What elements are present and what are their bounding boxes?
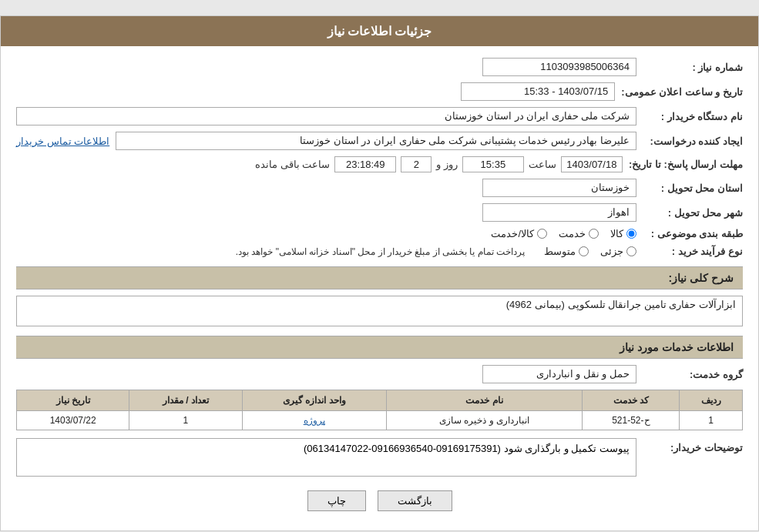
- creator-label: ایجاد کننده درخواست:: [643, 136, 743, 147]
- category-kala-khadamat[interactable]: کالا/خدمت: [491, 228, 547, 239]
- deadline-time-label: ساعت: [529, 159, 556, 170]
- action-buttons: بازگشت چاپ: [16, 490, 743, 511]
- page-container: جزئیات اطلاعات نیاز شماره نیاز : 1103093…: [0, 15, 759, 531]
- process-jozii-radio[interactable]: [626, 246, 636, 256]
- city-value: اهواز: [482, 203, 636, 222]
- service-group-value: حمل و نقل و انبارداری: [482, 365, 636, 383]
- category-kala-label: کالا: [610, 228, 623, 239]
- category-kala-khadamat-radio[interactable]: [537, 229, 547, 239]
- content-area: شماره نیاز : 1103093985006364 تاریخ و سا…: [1, 46, 758, 530]
- page-title: جزئیات اطلاعات نیاز: [327, 25, 432, 38]
- process-label: نوع فرآیند خرید :: [643, 246, 743, 257]
- process-motavaset-radio[interactable]: [579, 246, 589, 256]
- category-row: طبقه بندی موضوعی : کالا خدمت کالا/خدمت: [16, 228, 743, 239]
- table-header-row: ردیف کد خدمت نام خدمت واحد اندازه گیری ت…: [17, 390, 743, 411]
- buyer-org-value: شرکت ملی حفاری ایران در استان خوزستان: [16, 107, 636, 125]
- buyer-org-label: نام دستگاه خریدار :: [643, 111, 743, 122]
- buyer-notes-label: توضیحات خریدار:: [643, 442, 743, 453]
- col-header-unit: واحد اندازه گیری: [242, 390, 386, 411]
- city-row: شهر محل تحویل : اهواز: [16, 203, 743, 222]
- need-description-row: ابزارآلات حفاری تامین جرانقال تلسکوپی (ب…: [16, 296, 743, 326]
- deadline-remaining-label: ساعت باقی مانده: [255, 159, 330, 170]
- deadline-date-value: 1403/07/18: [561, 156, 623, 172]
- city-label: شهر محل تحویل :: [643, 207, 743, 219]
- category-kala-khadamat-label: کالا/خدمت: [491, 228, 534, 239]
- cell-date: 1403/07/22: [17, 411, 129, 430]
- need-description-value: ابزارآلات حفاری تامین جرانقال تلسکوپی (ب…: [16, 296, 743, 326]
- need-description-section-title: شرح کلی نیاز:: [16, 266, 743, 289]
- announcement-label: تاریخ و ساعت اعلان عمومی:: [621, 86, 743, 98]
- cell-code: ح-52-521: [583, 411, 680, 430]
- services-table: ردیف کد خدمت نام خدمت واحد اندازه گیری ت…: [16, 390, 743, 430]
- category-kala[interactable]: کالا: [610, 228, 636, 239]
- table-row: 1 ح-52-521 انبارداری و ذخیره سازی پروژه …: [17, 411, 743, 430]
- category-khadamat[interactable]: خدمت: [559, 228, 599, 239]
- need-number-row: شماره نیاز : 1103093985006364: [16, 58, 743, 76]
- buyer-notes-area: [16, 438, 636, 479]
- col-header-date: تاریخ نیاز: [17, 390, 129, 411]
- process-row: نوع فرآیند خرید : جزئی متوسط پرداخت تمام…: [16, 246, 743, 257]
- announcement-value: 1403/07/15 - 15:33: [461, 82, 615, 101]
- category-label: طبقه بندی موضوعی :: [643, 228, 743, 239]
- service-group-label: گروه خدمت:: [643, 369, 743, 380]
- deadline-day-value: 2: [401, 156, 432, 172]
- category-khadamat-label: خدمت: [559, 228, 586, 239]
- page-header: جزئیات اطلاعات نیاز: [1, 16, 758, 46]
- category-khadamat-radio[interactable]: [589, 229, 599, 239]
- process-jozii-label: جزئی: [600, 246, 623, 257]
- col-header-name: نام خدمت: [386, 390, 582, 411]
- deadline-time-value: 15:35: [462, 156, 524, 172]
- deadline-day-label: روز و: [436, 159, 458, 170]
- cell-unit[interactable]: پروژه: [242, 411, 386, 430]
- need-number-label: شماره نیاز :: [643, 62, 743, 73]
- process-motavaset[interactable]: متوسط: [544, 246, 589, 257]
- col-header-code: کد خدمت: [583, 390, 680, 411]
- deadline-fields: 1403/07/18 ساعت 15:35 روز و 2 23:18:49 س…: [16, 156, 623, 172]
- col-header-row: ردیف: [680, 390, 743, 411]
- process-radio-group: جزئی متوسط پرداخت تمام یا بخشی از مبلغ خ…: [16, 246, 636, 257]
- back-button[interactable]: بازگشت: [378, 490, 452, 511]
- creator-contact-link[interactable]: اطلاعات تماس خریدار: [16, 136, 109, 147]
- deadline-row: مهلت ارسال پاسخ: تا تاریخ: 1403/07/18 سا…: [16, 156, 743, 172]
- buyer-org-row: نام دستگاه خریدار : شرکت ملی حفاری ایران…: [16, 107, 743, 125]
- province-label: استان محل تحویل :: [643, 182, 743, 194]
- cell-name: انبارداری و ذخیره سازی: [386, 411, 582, 430]
- print-button[interactable]: چاپ: [307, 490, 366, 511]
- need-number-value: 1103093985006364: [482, 58, 636, 76]
- deadline-label: مهلت ارسال پاسخ: تا تاریخ:: [629, 159, 743, 170]
- deadline-remaining-value: 23:18:49: [334, 156, 396, 172]
- category-radio-group: کالا خدمت کالا/خدمت: [16, 228, 636, 239]
- col-header-qty: تعداد / مقدار: [129, 390, 242, 411]
- cell-qty: 1: [129, 411, 242, 430]
- cell-row: 1: [680, 411, 743, 430]
- buyer-notes-textarea[interactable]: [16, 438, 636, 477]
- province-value: خوزستان: [482, 179, 636, 197]
- province-row: استان محل تحویل : خوزستان: [16, 179, 743, 197]
- process-motavaset-label: متوسط: [544, 246, 576, 257]
- service-group-row: گروه خدمت: حمل و نقل و انبارداری: [16, 365, 743, 383]
- services-section-title: اطلاعات خدمات مورد نیاز: [16, 336, 743, 359]
- buyer-notes-row: توضیحات خریدار:: [16, 438, 743, 479]
- process-note: پرداخت تمام یا بخشی از مبلغ خریدار از مح…: [236, 246, 525, 257]
- category-kala-radio[interactable]: [626, 229, 636, 239]
- creator-row: ایجاد کننده درخواست: علیرضا بهادر رئیس خ…: [16, 132, 743, 150]
- process-jozii[interactable]: جزئی: [600, 246, 636, 257]
- announcement-row: تاریخ و ساعت اعلان عمومی: 1403/07/15 - 1…: [16, 82, 743, 101]
- creator-value: علیرضا بهادر رئیس خدمات پشتیبانی شرکت مل…: [116, 132, 636, 150]
